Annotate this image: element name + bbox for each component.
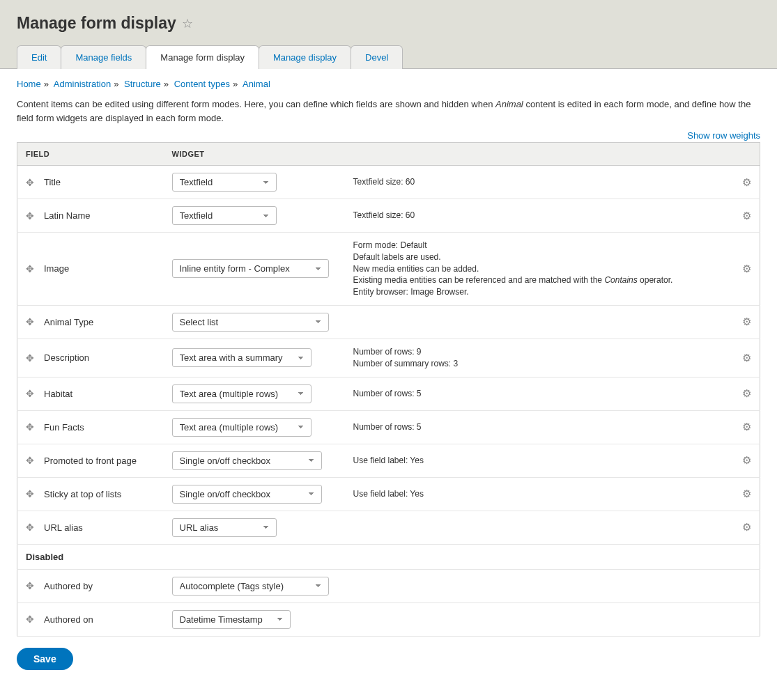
widget-select[interactable]: Textfield <box>172 173 277 192</box>
table-row: ✥Authored byAutocomplete (Tags style) <box>17 569 760 602</box>
widget-summary: Textfield size: 60 <box>353 176 724 188</box>
field-label: Description <box>44 352 89 363</box>
drag-handle-icon[interactable]: ✥ <box>26 522 37 533</box>
drag-handle-icon[interactable]: ✥ <box>26 388 37 399</box>
field-label: Habitat <box>44 389 72 399</box>
gear-icon[interactable]: ⚙ <box>742 521 751 533</box>
widget-select[interactable]: Datetime Timestamp <box>172 610 291 629</box>
tab-manage-form-display[interactable]: Manage form display <box>146 45 259 69</box>
drag-handle-icon[interactable]: ✥ <box>26 421 37 433</box>
field-label: Sticky at top of lists <box>44 489 121 499</box>
gear-icon[interactable]: ⚙ <box>742 352 751 364</box>
widget-select[interactable]: Autocomplete (Tags style) <box>172 577 329 596</box>
widget-select[interactable]: Select list <box>172 313 329 332</box>
drag-handle-icon[interactable]: ✥ <box>26 210 37 221</box>
breadcrumb-content-types[interactable]: Content types <box>174 79 230 89</box>
widget-select[interactable]: Single on/off checkbox <box>172 451 322 470</box>
tab-manage-display[interactable]: Manage display <box>259 45 351 69</box>
gear-icon[interactable]: ⚙ <box>742 421 751 433</box>
widget-select[interactable]: Textfield <box>172 206 277 225</box>
widget-summary: Number of rows: 5 <box>353 421 724 433</box>
save-button[interactable]: Save <box>17 648 73 670</box>
breadcrumb: Home» Administration» Structure» Content… <box>17 79 760 89</box>
widget-summary: Use field label: Yes <box>353 488 724 500</box>
widget-select[interactable]: Text area (multiple rows) <box>172 418 311 437</box>
help-text: Content items can be edited using differ… <box>17 98 760 125</box>
show-row-weights-link[interactable]: Show row weights <box>687 130 760 141</box>
table-row: ✥Authored onDatetime Timestamp <box>17 602 760 636</box>
gear-icon[interactable]: ⚙ <box>742 176 751 188</box>
field-label: Latin Name <box>44 210 90 221</box>
table-row: ✥Latin NameTextfieldTextfield size: 60⚙ <box>17 199 760 233</box>
drag-handle-icon[interactable]: ✥ <box>26 580 37 591</box>
field-label: Promoted to front page <box>44 456 137 466</box>
drag-handle-icon[interactable]: ✥ <box>26 455 37 466</box>
tab-devel[interactable]: Devel <box>351 45 403 69</box>
field-label: URL alias <box>44 522 83 533</box>
gear-icon[interactable]: ⚙ <box>742 387 751 399</box>
page-title: Manage form display <box>17 14 176 33</box>
breadcrumb-structure[interactable]: Structure <box>124 79 161 89</box>
widget-select[interactable]: URL alias <box>172 518 277 537</box>
widget-summary: Use field label: Yes <box>353 455 724 467</box>
table-row: ✥DescriptionText area with a summaryNumb… <box>17 339 760 377</box>
tab-manage-fields[interactable]: Manage fields <box>61 45 146 69</box>
widget-select[interactable]: Text area (multiple rows) <box>172 384 311 403</box>
star-icon[interactable]: ☆ <box>182 16 193 31</box>
table-row: ✥TitleTextfieldTextfield size: 60⚙ <box>17 166 760 199</box>
widget-summary: Number of rows: 5 <box>353 388 724 400</box>
gear-icon[interactable]: ⚙ <box>742 454 751 466</box>
drag-handle-icon[interactable]: ✥ <box>26 352 37 364</box>
gear-icon[interactable]: ⚙ <box>742 210 751 221</box>
table-row: ✥ImageInline entity form - ComplexForm m… <box>17 233 760 306</box>
table-row: ✥Sticky at top of listsSingle on/off che… <box>17 477 760 511</box>
field-display-table: Field Widget ✥TitleTextfieldTextfield si… <box>17 142 760 637</box>
tab-edit[interactable]: Edit <box>17 45 61 69</box>
field-label: Image <box>44 263 69 274</box>
gear-icon[interactable]: ⚙ <box>742 488 751 499</box>
widget-summary: Number of rows: 9Number of summary rows:… <box>353 346 724 370</box>
widget-select[interactable]: Text area with a summary <box>172 348 311 367</box>
widget-summary: Form mode: DefaultDefault labels are use… <box>353 240 724 298</box>
drag-handle-icon[interactable]: ✥ <box>26 177 37 188</box>
table-row: ✥HabitatText area (multiple rows)Number … <box>17 377 760 410</box>
gear-icon[interactable]: ⚙ <box>742 263 751 274</box>
breadcrumb-home[interactable]: Home <box>17 79 41 89</box>
primary-tabs: Edit Manage fields Manage form display M… <box>17 45 760 69</box>
disabled-region-row: Disabled <box>17 544 760 569</box>
header-widget: Widget <box>164 143 760 166</box>
field-label: Animal Type <box>44 317 93 327</box>
table-row: ✥Promoted to front pageSingle on/off che… <box>17 444 760 477</box>
gear-icon[interactable]: ⚙ <box>742 316 751 327</box>
widget-summary: Textfield size: 60 <box>353 210 724 221</box>
drag-handle-icon[interactable]: ✥ <box>26 614 37 625</box>
field-label: Authored by <box>44 581 93 591</box>
drag-handle-icon[interactable]: ✥ <box>26 263 37 274</box>
field-label: Fun Facts <box>44 422 84 433</box>
drag-handle-icon[interactable]: ✥ <box>26 488 37 499</box>
table-row: ✥Fun FactsText area (multiple rows)Numbe… <box>17 410 760 444</box>
breadcrumb-animal[interactable]: Animal <box>243 79 270 89</box>
widget-select[interactable]: Inline entity form - Complex <box>172 259 329 278</box>
header-field: Field <box>17 143 164 166</box>
field-label: Authored on <box>44 614 93 625</box>
field-label: Title <box>44 177 61 187</box>
table-row: ✥Animal TypeSelect list⚙ <box>17 305 760 339</box>
table-row: ✥URL aliasURL alias⚙ <box>17 511 760 544</box>
widget-select[interactable]: Single on/off checkbox <box>172 485 322 504</box>
drag-handle-icon[interactable]: ✥ <box>26 316 37 327</box>
breadcrumb-administration[interactable]: Administration <box>54 79 111 89</box>
